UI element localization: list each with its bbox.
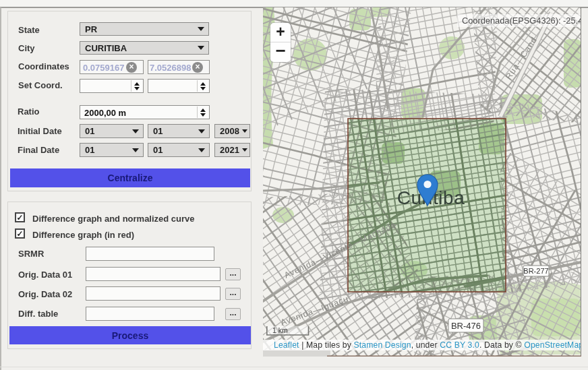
svg-text:Leaflet | Map tiles by Stamen: Leaflet | Map tiles by Stamen Design, un…: [274, 340, 581, 350]
svg-text:BR-476: BR-476: [451, 321, 481, 331]
svg-text:BR-277: BR-277: [523, 267, 548, 275]
svg-text:Coordenada(EPSG4326): -25.41: Coordenada(EPSG4326): -25.41: [462, 16, 581, 26]
svg-text:1 km: 1 km: [272, 326, 288, 334]
